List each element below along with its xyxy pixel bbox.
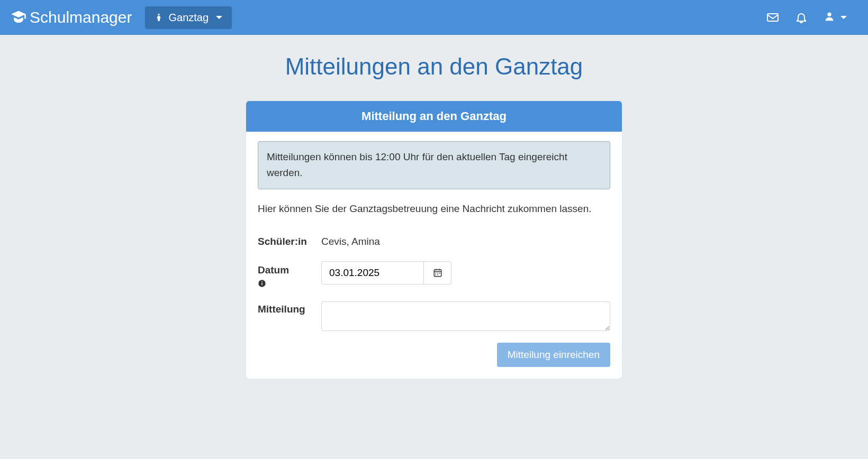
- form-row-message: Mitteilung: [258, 301, 610, 333]
- info-icon[interactable]: [258, 279, 266, 288]
- svg-rect-13: [435, 274, 436, 276]
- date-label: Datum: [258, 264, 321, 276]
- student-label: Schüler:in: [258, 233, 321, 247]
- svg-point-0: [158, 14, 160, 15]
- caret-down-icon: [840, 16, 847, 19]
- caret-down-icon: [216, 16, 222, 19]
- navbar-right: [766, 11, 857, 24]
- navbar-left: Schulmanager Ganztag: [11, 6, 232, 29]
- info-box: Mitteilungen können bis 12:00 Uhr für de…: [258, 141, 610, 189]
- message-textarea[interactable]: [321, 301, 610, 331]
- message-label: Mitteilung: [258, 301, 321, 315]
- svg-rect-11: [437, 273, 438, 274]
- page-title: Mitteilungen an den Ganztag: [0, 53, 868, 80]
- nav-dropdown-label: Ganztag: [168, 12, 209, 24]
- form-row-student: Schüler:in Cevis, Amina: [258, 233, 610, 247]
- nav-dropdown-ganztag[interactable]: Ganztag: [145, 6, 232, 29]
- svg-rect-10: [435, 273, 436, 274]
- brand[interactable]: Schulmanager: [11, 8, 132, 26]
- student-value: Cevis, Amina: [321, 233, 380, 247]
- date-input-group: [321, 261, 451, 284]
- user-icon: [824, 11, 835, 24]
- svg-rect-1: [767, 14, 778, 21]
- mail-icon[interactable]: [766, 11, 779, 24]
- user-dropdown[interactable]: [824, 11, 847, 24]
- graduation-cap-icon: [11, 10, 26, 25]
- card-body: Mitteilungen können bis 12:00 Uhr für de…: [246, 132, 622, 379]
- description: Hier können Sie der Ganztagsbetreuung ei…: [258, 201, 610, 217]
- date-label-group: Datum: [258, 261, 321, 288]
- card: Mitteilung an den Ganztag Mitteilungen k…: [246, 101, 622, 379]
- svg-rect-12: [439, 273, 440, 274]
- submit-row: Mitteilung einreichen: [258, 343, 610, 367]
- submit-button[interactable]: Mitteilung einreichen: [497, 343, 610, 367]
- date-input[interactable]: [321, 261, 424, 284]
- form-row-date: Datum: [258, 261, 610, 288]
- svg-rect-14: [437, 274, 438, 276]
- svg-rect-4: [261, 283, 262, 286]
- calendar-icon: [433, 268, 442, 278]
- brand-text: Schulmanager: [30, 8, 132, 26]
- date-picker-button[interactable]: [424, 261, 451, 284]
- svg-point-5: [261, 281, 263, 282]
- navbar: Schulmanager Ganztag: [0, 0, 868, 35]
- card-header: Mitteilung an den Ganztag: [246, 101, 622, 132]
- svg-point-2: [827, 13, 831, 16]
- bell-icon[interactable]: [795, 11, 808, 24]
- child-icon: [155, 13, 163, 22]
